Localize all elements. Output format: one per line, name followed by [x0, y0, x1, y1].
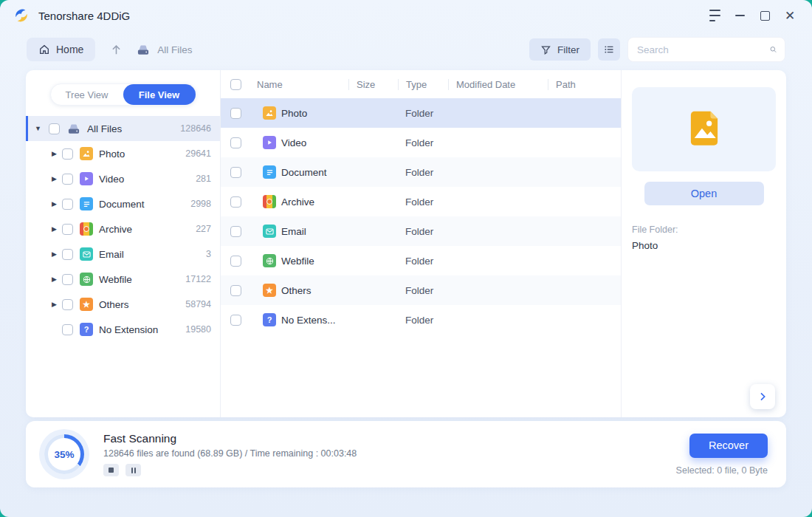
sidebar-item-no-extension[interactable]: ▶ ? No Extension 19580: [26, 317, 220, 342]
minimize-button[interactable]: [729, 6, 750, 25]
expand-caret-icon[interactable]: ▶: [52, 200, 62, 208]
video-icon: [80, 172, 93, 185]
email-icon: [263, 225, 276, 238]
checkbox[interactable]: [62, 148, 73, 160]
checkbox[interactable]: [62, 224, 73, 235]
next-page-button[interactable]: [750, 384, 775, 409]
sidebar-item-label: Webfile: [99, 274, 132, 285]
toolbar-right: Filter: [529, 37, 785, 62]
table-row[interactable]: Document Folder: [221, 157, 621, 187]
filter-button[interactable]: Filter: [529, 38, 591, 61]
row-type: Folder: [398, 196, 448, 208]
checkbox[interactable]: [62, 274, 73, 285]
checkbox[interactable]: [62, 174, 73, 185]
document-icon: [263, 165, 276, 179]
column-header-name[interactable]: Name: [251, 79, 348, 90]
menu-button[interactable]: [704, 6, 725, 25]
sidebar-item-video[interactable]: ▶ Video 281: [26, 166, 220, 191]
sidebar-item-others[interactable]: ▶ ★ Others 58794: [26, 292, 220, 317]
table-row[interactable]: Webfile Folder: [221, 246, 621, 275]
collapse-caret-icon[interactable]: ▼: [35, 125, 45, 132]
scan-status-title: Fast Scanning: [103, 432, 357, 445]
search-icon[interactable]: [769, 44, 777, 55]
toolbar: Home All Files Filter: [27, 37, 785, 62]
table-row[interactable]: ★ Others Folder: [221, 275, 621, 305]
maximize-icon: [760, 11, 770, 21]
tab-tree-view[interactable]: Tree View: [51, 84, 123, 105]
sidebar-item-email[interactable]: ▶ Email 3: [26, 242, 220, 267]
file-folder-label: File Folder:: [632, 225, 776, 235]
sidebar-item-label: Document: [99, 199, 145, 210]
sidebar-item-document[interactable]: ▶ Document 2998: [26, 191, 220, 216]
tab-file-view[interactable]: File View: [123, 84, 196, 105]
checkbox[interactable]: [62, 324, 73, 335]
open-button[interactable]: Open: [644, 182, 764, 205]
column-header-modified-date[interactable]: Modified Date: [448, 79, 548, 90]
sidebar-item-all-files[interactable]: ▼ All Files 128646: [26, 116, 220, 141]
table-row[interactable]: Video Folder: [221, 128, 621, 157]
archive-icon: [80, 222, 93, 236]
view-toggle: Tree View File View: [50, 83, 196, 106]
preview-panel: Open File Folder: Photo: [622, 70, 786, 417]
expand-caret-icon[interactable]: ▶: [52, 150, 62, 157]
row-type: Folder: [398, 137, 448, 148]
list-view-icon: [603, 44, 615, 55]
column-header-path[interactable]: Path: [548, 79, 621, 90]
row-checkbox[interactable]: [230, 256, 241, 267]
sidebar-item-label: Email: [99, 249, 124, 260]
stop-scan-button[interactable]: [103, 464, 119, 476]
maximize-button[interactable]: [754, 6, 775, 25]
document-icon: [80, 197, 93, 210]
no-extension-icon: ?: [263, 313, 276, 326]
all-files-checkbox[interactable]: [49, 123, 60, 134]
row-checkbox[interactable]: [230, 167, 241, 178]
expand-caret-icon[interactable]: ▶: [52, 275, 62, 283]
sidebar-item-webfile[interactable]: ▶ Webfile 17122: [26, 267, 220, 292]
home-icon: [38, 44, 50, 55]
row-checkbox[interactable]: [230, 226, 241, 237]
column-header-size[interactable]: Size: [348, 79, 398, 90]
expand-caret-icon[interactable]: ▶: [52, 301, 62, 308]
sidebar-item-count: 128646: [180, 123, 220, 134]
webfile-icon: [80, 273, 93, 286]
close-button[interactable]: ✕: [780, 6, 800, 25]
expand-caret-icon[interactable]: ▶: [52, 175, 62, 182]
row-name: Archive: [281, 196, 314, 208]
sidebar-item-photo[interactable]: ▶ Photo 29641: [26, 141, 220, 166]
sidebar-item-archive[interactable]: ▶ Archive 227: [26, 216, 220, 242]
checkbox[interactable]: [62, 249, 73, 260]
expand-caret-icon[interactable]: ▶: [52, 250, 62, 258]
view-mode-button[interactable]: [598, 38, 620, 61]
pause-scan-button[interactable]: [125, 464, 141, 476]
row-type: Folder: [398, 167, 448, 178]
row-checkbox[interactable]: [230, 108, 241, 119]
table-row[interactable]: Email Folder: [221, 216, 621, 246]
photo-preview-icon: [683, 108, 726, 151]
stop-icon: [109, 468, 114, 473]
photo-icon: [263, 106, 276, 120]
recover-button[interactable]: Recover: [689, 434, 768, 458]
row-checkbox[interactable]: [230, 196, 241, 208]
sidebar-item-label: Others: [99, 299, 129, 310]
others-icon: ★: [80, 298, 93, 311]
checkbox[interactable]: [62, 299, 73, 310]
row-name: Email: [281, 226, 306, 237]
row-checkbox[interactable]: [230, 315, 241, 326]
search-input[interactable]: [636, 44, 769, 56]
home-button[interactable]: Home: [27, 38, 95, 61]
table-header: Name Size Type Modified Date Path: [221, 70, 621, 98]
row-name: No Extens...: [281, 315, 336, 326]
expand-caret-icon[interactable]: ▶: [52, 225, 62, 233]
row-checkbox[interactable]: [230, 137, 241, 148]
column-header-type[interactable]: Type: [398, 79, 448, 90]
titlebar: Tenorshare 4DDiG ✕: [0, 0, 812, 31]
navigate-up-button[interactable]: [109, 42, 124, 58]
table-row[interactable]: Archive Folder: [221, 187, 621, 216]
table-row[interactable]: ? No Extens... Folder: [221, 305, 621, 335]
video-icon: [263, 136, 276, 149]
table-row[interactable]: Photo Folder: [221, 98, 621, 128]
row-checkbox[interactable]: [230, 285, 241, 296]
select-all-checkbox[interactable]: [230, 79, 241, 90]
window-controls: ✕: [704, 6, 800, 25]
checkbox[interactable]: [62, 199, 73, 210]
